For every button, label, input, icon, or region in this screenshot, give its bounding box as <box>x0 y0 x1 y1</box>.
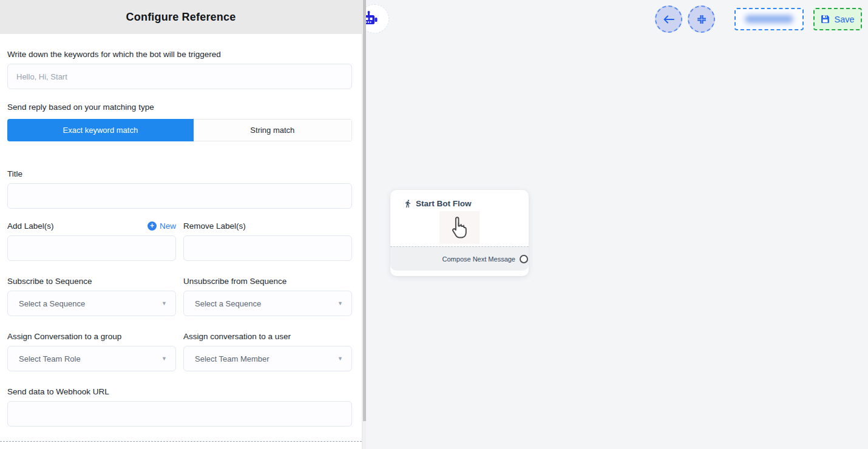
save-button[interactable]: Save <box>813 8 862 30</box>
start-bot-flow-node[interactable]: Start Bot Flow Compose Next Message <box>390 190 529 276</box>
plus-circle-icon: + <box>147 221 157 231</box>
hand-cursor-image <box>439 211 480 244</box>
tab-exact-keyword-match[interactable]: Exact keyword match <box>7 119 194 141</box>
panel-header: Configure Reference <box>0 0 362 34</box>
configure-reference-panel: Configure Reference Write down the keywo… <box>0 0 362 449</box>
chevron-down-icon: ▼ <box>161 356 167 362</box>
canvas-toolbar: Save <box>655 5 862 33</box>
walking-person-icon <box>404 199 412 208</box>
title-input[interactable] <box>7 183 352 209</box>
subscribe-sequence-label: Subscribe to Sequence <box>7 277 176 286</box>
assign-group-label: Assign Conversation to a group <box>7 332 176 341</box>
fit-view-button[interactable] <box>688 5 715 33</box>
add-labels-label: Add Label(s) <box>7 221 54 231</box>
keywords-input[interactable] <box>7 64 352 89</box>
node-title: Start Bot Flow <box>416 199 472 208</box>
assign-group-select[interactable]: Select Team Role ▼ <box>7 346 176 371</box>
arrow-left-icon <box>663 15 674 24</box>
panel-scrollbar[interactable] <box>362 0 366 449</box>
panel-title: Configure Reference <box>126 11 236 24</box>
save-button-label: Save <box>834 15 854 24</box>
bot-fab-button[interactable] <box>366 4 389 33</box>
robot-icon <box>366 11 378 27</box>
unsubscribe-sequence-value: Select a Sequence <box>195 299 261 308</box>
remove-labels-input[interactable] <box>183 235 352 261</box>
node-header: Start Bot Flow <box>390 190 529 208</box>
unsubscribe-sequence-select[interactable]: Select a Sequence ▼ <box>183 291 352 316</box>
subscribe-sequence-value: Select a Sequence <box>19 299 85 308</box>
keywords-label: Write down the keywords for which the bo… <box>7 50 352 59</box>
assign-group-value: Select Team Role <box>19 354 81 363</box>
matching-type-label: Send reply based on your matching type <box>7 103 352 112</box>
remove-labels-label: Remove Label(s) <box>183 221 246 231</box>
flow-canvas[interactable]: Save Start Bot Flow Compose Next Message <box>366 0 868 449</box>
unsubscribe-sequence-label: Unsubscribe from Sequence <box>183 277 352 286</box>
hand-pointer-icon <box>449 215 470 240</box>
assign-user-select[interactable]: Select Team Member ▼ <box>183 346 352 371</box>
node-body <box>390 208 529 246</box>
redacted-button-text <box>745 15 793 23</box>
webhook-url-label: Send data to Webhook URL <box>7 387 352 396</box>
chevron-down-icon: ▼ <box>337 300 343 306</box>
node-footer: Compose Next Message <box>390 246 529 271</box>
new-label-link[interactable]: + New <box>147 221 176 231</box>
assign-user-value: Select Team Member <box>195 354 270 363</box>
panel-body: Write down the keywords for which the bo… <box>0 34 362 427</box>
redacted-button[interactable] <box>734 8 804 30</box>
tab-string-match[interactable]: String match <box>194 119 352 141</box>
node-output-connector[interactable] <box>520 255 528 263</box>
webhook-url-input[interactable] <box>7 401 352 427</box>
compress-icon <box>697 15 707 24</box>
title-label: Title <box>7 169 352 178</box>
new-label-link-text: New <box>160 221 176 231</box>
chevron-down-icon: ▼ <box>337 356 343 362</box>
matching-type-tabs: Exact keyword match String match <box>7 119 352 141</box>
subscribe-sequence-select[interactable]: Select a Sequence ▼ <box>7 291 176 316</box>
chevron-down-icon: ▼ <box>161 300 167 306</box>
save-icon <box>821 15 830 24</box>
assign-user-label: Assign conversation to a user <box>183 332 352 341</box>
back-button[interactable] <box>655 5 682 33</box>
compose-next-message-label: Compose Next Message <box>442 255 515 263</box>
panel-bottom-divider <box>0 441 362 442</box>
add-labels-input[interactable] <box>7 235 176 261</box>
